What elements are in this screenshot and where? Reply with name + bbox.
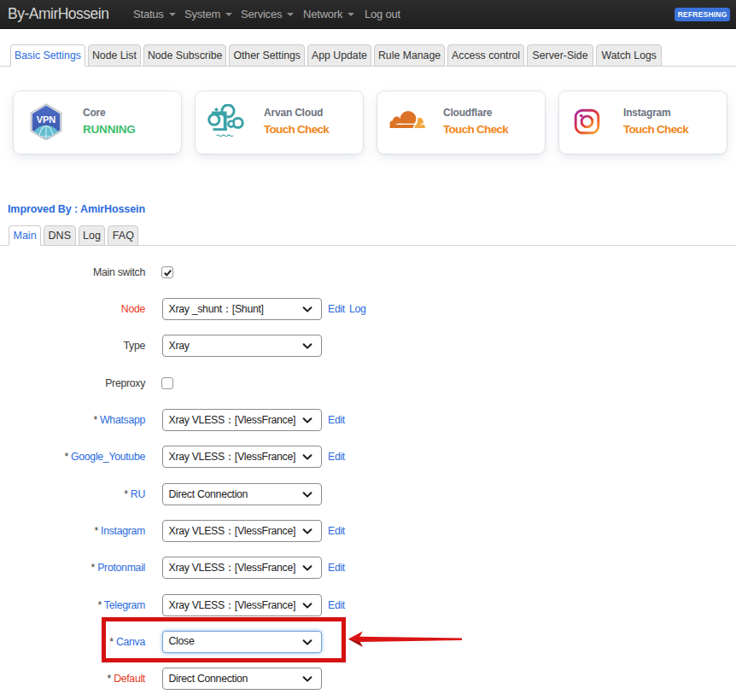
svg-text:VPN: VPN	[37, 114, 56, 125]
